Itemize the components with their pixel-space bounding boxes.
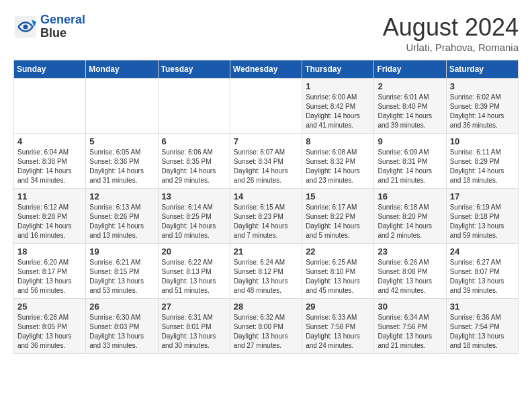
calendar-cell: 16Sunrise: 6:18 AM Sunset: 8:20 PM Dayli… [374,189,446,244]
day-info: Sunrise: 6:11 AM Sunset: 8:29 PM Dayligh… [450,148,515,185]
month-title: August 2024 [383,13,519,42]
calendar-cell: 11Sunrise: 6:12 AM Sunset: 8:28 PM Dayli… [14,189,86,244]
day-number: 4 [17,136,82,146]
calendar-cell: 24Sunrise: 6:27 AM Sunset: 8:07 PM Dayli… [446,244,518,299]
day-number: 30 [378,302,442,312]
calendar-cell: 2Sunrise: 6:01 AM Sunset: 8:40 PM Daylig… [374,79,446,134]
day-info: Sunrise: 6:20 AM Sunset: 8:17 PM Dayligh… [17,258,82,295]
page-header: General Blue August 2024 Urlati, Prahova… [13,13,519,53]
day-number: 24 [450,246,515,257]
day-number: 1 [306,81,370,91]
weekday-header-tuesday: Tuesday [158,60,230,79]
day-info: Sunrise: 6:02 AM Sunset: 8:39 PM Dayligh… [450,93,515,130]
calendar-cell: 12Sunrise: 6:13 AM Sunset: 8:26 PM Dayli… [86,189,158,244]
day-number: 26 [89,302,154,312]
day-info: Sunrise: 6:01 AM Sunset: 8:40 PM Dayligh… [378,93,442,130]
day-number: 29 [306,302,370,312]
day-number: 16 [378,191,442,201]
day-info: Sunrise: 6:04 AM Sunset: 8:38 PM Dayligh… [17,148,82,185]
day-info: Sunrise: 6:06 AM Sunset: 8:35 PM Dayligh… [162,148,226,185]
day-info: Sunrise: 6:19 AM Sunset: 8:18 PM Dayligh… [450,203,515,240]
weekday-header-wednesday: Wednesday [230,60,302,79]
day-number: 14 [234,191,298,201]
calendar-cell: 27Sunrise: 6:31 AM Sunset: 8:01 PM Dayli… [158,299,230,354]
day-info: Sunrise: 6:05 AM Sunset: 8:36 PM Dayligh… [89,148,154,185]
day-number: 27 [162,302,226,312]
week-row-2: 4Sunrise: 6:04 AM Sunset: 8:38 PM Daylig… [14,134,519,189]
calendar-cell [86,79,158,134]
day-info: Sunrise: 6:17 AM Sunset: 8:22 PM Dayligh… [306,203,370,240]
day-info: Sunrise: 6:22 AM Sunset: 8:13 PM Dayligh… [162,258,226,295]
calendar-cell: 4Sunrise: 6:04 AM Sunset: 8:38 PM Daylig… [14,134,86,189]
calendar-cell: 6Sunrise: 6:06 AM Sunset: 8:35 PM Daylig… [158,134,230,189]
day-number: 9 [378,136,442,146]
day-info: Sunrise: 6:14 AM Sunset: 8:25 PM Dayligh… [162,203,226,240]
weekday-header-monday: Monday [86,60,158,79]
day-number: 21 [234,246,298,257]
day-number: 15 [306,191,370,201]
weekday-header-friday: Friday [374,60,446,79]
week-row-3: 11Sunrise: 6:12 AM Sunset: 8:28 PM Dayli… [14,189,519,244]
day-number: 10 [450,136,515,146]
calendar-cell [158,79,230,134]
day-number: 6 [162,136,226,146]
day-info: Sunrise: 6:07 AM Sunset: 8:34 PM Dayligh… [234,148,298,185]
calendar-table: SundayMondayTuesdayWednesdayThursdayFrid… [13,60,519,354]
day-info: Sunrise: 6:27 AM Sunset: 8:07 PM Dayligh… [450,258,515,295]
day-info: Sunrise: 6:34 AM Sunset: 7:56 PM Dayligh… [378,313,442,351]
day-info: Sunrise: 6:32 AM Sunset: 8:00 PM Dayligh… [234,313,298,351]
day-info: Sunrise: 6:15 AM Sunset: 8:23 PM Dayligh… [234,203,298,240]
day-number: 28 [234,302,298,312]
week-row-5: 25Sunrise: 6:28 AM Sunset: 8:05 PM Dayli… [14,299,519,354]
day-number: 2 [378,81,442,91]
weekday-header-saturday: Saturday [446,60,518,79]
calendar-cell: 26Sunrise: 6:30 AM Sunset: 8:03 PM Dayli… [86,299,158,354]
day-number: 18 [17,246,82,257]
calendar-cell: 1Sunrise: 6:00 AM Sunset: 8:42 PM Daylig… [302,79,374,134]
day-number: 11 [17,191,82,201]
day-number: 31 [450,302,515,312]
week-row-4: 18Sunrise: 6:20 AM Sunset: 8:17 PM Dayli… [14,244,519,299]
calendar-cell [14,79,86,134]
week-row-1: 1Sunrise: 6:00 AM Sunset: 8:42 PM Daylig… [14,79,519,134]
day-number: 17 [450,191,515,201]
calendar-cell: 15Sunrise: 6:17 AM Sunset: 8:22 PM Dayli… [302,189,374,244]
calendar-cell: 19Sunrise: 6:21 AM Sunset: 8:15 PM Dayli… [86,244,158,299]
day-number: 23 [378,246,442,257]
location: Urlati, Prahova, Romania [383,42,519,53]
calendar-cell: 14Sunrise: 6:15 AM Sunset: 8:23 PM Dayli… [230,189,302,244]
day-info: Sunrise: 6:18 AM Sunset: 8:20 PM Dayligh… [378,203,442,240]
calendar-cell: 21Sunrise: 6:24 AM Sunset: 8:12 PM Dayli… [230,244,302,299]
day-info: Sunrise: 6:25 AM Sunset: 8:10 PM Dayligh… [306,258,370,295]
day-number: 7 [234,136,298,146]
weekday-header-row: SundayMondayTuesdayWednesdayThursdayFrid… [14,60,519,79]
calendar-cell: 20Sunrise: 6:22 AM Sunset: 8:13 PM Dayli… [158,244,230,299]
calendar-cell: 22Sunrise: 6:25 AM Sunset: 8:10 PM Dayli… [302,244,374,299]
day-info: Sunrise: 6:36 AM Sunset: 7:54 PM Dayligh… [450,313,515,351]
title-block: August 2024 Urlati, Prahova, Romania [383,13,519,53]
calendar-cell: 9Sunrise: 6:09 AM Sunset: 8:31 PM Daylig… [374,134,446,189]
day-number: 22 [306,246,370,257]
calendar-cell: 10Sunrise: 6:11 AM Sunset: 8:29 PM Dayli… [446,134,518,189]
calendar-cell: 23Sunrise: 6:26 AM Sunset: 8:08 PM Dayli… [374,244,446,299]
day-number: 19 [89,246,154,257]
day-info: Sunrise: 6:33 AM Sunset: 7:58 PM Dayligh… [306,313,370,351]
logo-text: General Blue [40,13,85,40]
day-info: Sunrise: 6:12 AM Sunset: 8:28 PM Dayligh… [17,203,82,240]
weekday-header-thursday: Thursday [302,60,374,79]
day-info: Sunrise: 6:21 AM Sunset: 8:15 PM Dayligh… [89,258,154,295]
day-number: 8 [306,136,370,146]
calendar-cell: 30Sunrise: 6:34 AM Sunset: 7:56 PM Dayli… [374,299,446,354]
day-info: Sunrise: 6:31 AM Sunset: 8:01 PM Dayligh… [162,313,226,351]
day-info: Sunrise: 6:00 AM Sunset: 8:42 PM Dayligh… [306,93,370,130]
calendar-cell: 17Sunrise: 6:19 AM Sunset: 8:18 PM Dayli… [446,189,518,244]
weekday-header-sunday: Sunday [14,60,86,79]
day-number: 20 [162,246,226,257]
day-number: 12 [89,191,154,201]
day-info: Sunrise: 6:24 AM Sunset: 8:12 PM Dayligh… [234,258,298,295]
calendar-cell: 7Sunrise: 6:07 AM Sunset: 8:34 PM Daylig… [230,134,302,189]
logo: General Blue [13,13,85,40]
day-number: 5 [89,136,154,146]
day-info: Sunrise: 6:30 AM Sunset: 8:03 PM Dayligh… [89,313,154,351]
calendar-cell: 8Sunrise: 6:08 AM Sunset: 8:32 PM Daylig… [302,134,374,189]
